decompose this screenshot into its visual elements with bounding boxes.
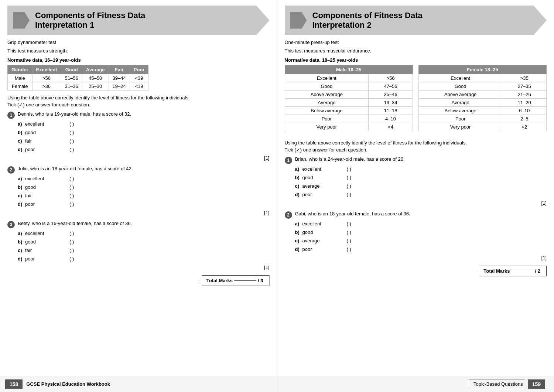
cell-male-gender: Male xyxy=(8,74,33,82)
subtitle-1: Grip dynamometer test xyxy=(7,40,270,45)
answer-text: excellent xyxy=(302,166,339,172)
footer-title-left: GCSE Physical Education Workbook xyxy=(26,381,110,387)
answer-options-2: a) excellent ( ) b) good ( ) c) fair ( )… xyxy=(18,176,270,207)
answer-row: a) excellent ( ) xyxy=(18,176,270,181)
answer-bracket: ( ) xyxy=(69,193,74,198)
answer-label: d) xyxy=(18,256,25,262)
mark-label-2: [1] xyxy=(264,210,269,215)
cell-female-gender: Female xyxy=(8,82,33,91)
answer-text: fair xyxy=(25,193,62,198)
table-row: Excellent>56 xyxy=(285,74,413,82)
answer-row: b) good ( ) xyxy=(18,239,270,245)
table-row: Good27–35 xyxy=(418,82,546,91)
answer-bracket: ( ) xyxy=(347,238,351,243)
table-male: Male 18–25 Excellent>56 Good47–56 Above … xyxy=(285,65,413,131)
page-2-title: Components of Fitness Data Interpretatio… xyxy=(312,11,423,30)
table-row: Above average21–26 xyxy=(418,91,546,99)
col-header-good: Good xyxy=(61,65,82,74)
answer-text: fair xyxy=(25,248,62,253)
total-marks-container-1: Total Marks / 3 xyxy=(7,275,270,286)
answer-bracket: ( ) xyxy=(69,239,74,245)
answer-text: good xyxy=(25,130,62,135)
question-number-p2-1: 1 xyxy=(285,157,292,164)
answer-text: good xyxy=(25,184,62,190)
total-marks-label-2: Total Marks xyxy=(483,268,510,274)
instructions-tick-1: Tick (✓) one answer for each question. xyxy=(7,102,270,108)
description-2: This test measures muscular endurance. xyxy=(285,48,547,54)
answer-row: a) excellent ( ) xyxy=(295,221,547,226)
instructions-2: Using the table above correctly identify… xyxy=(285,140,547,146)
answer-options-p2-2: a) excellent ( ) b) good ( ) c) average … xyxy=(295,221,547,252)
page-2: Components of Fitness Data Interpretatio… xyxy=(277,0,554,376)
answer-bracket: ( ) xyxy=(69,248,74,253)
answer-bracket: ( ) xyxy=(347,221,351,226)
table-row: Above average35–46 xyxy=(285,91,413,99)
question-1: 1 Dennis, who is a 19-year-old male, has… xyxy=(7,111,270,161)
answer-options-p2-1: a) excellent ( ) b) good ( ) c) average … xyxy=(295,166,547,197)
answer-label: b) xyxy=(18,184,25,190)
answer-label: d) xyxy=(295,192,302,197)
answer-row: c) average ( ) xyxy=(295,183,547,189)
question-number-p2-2: 2 xyxy=(285,211,292,219)
answer-bracket: ( ) xyxy=(347,166,351,172)
answer-text: fair xyxy=(25,138,62,144)
table-row: Poor4–10 xyxy=(285,115,413,123)
answer-row: d) poor ( ) xyxy=(18,256,270,262)
question-3: 3 Betsy, who is a 16-year-old female, ha… xyxy=(7,221,270,270)
answer-label: b) xyxy=(18,130,25,135)
footer: 158 GCSE Physical Education Workbook Top… xyxy=(0,376,554,392)
answer-row: c) fair ( ) xyxy=(18,248,270,253)
answer-bracket: ( ) xyxy=(69,201,74,207)
answer-row: b) good ( ) xyxy=(18,184,270,190)
answer-options-1: a) excellent ( ) b) good ( ) c) fair ( )… xyxy=(18,121,270,152)
answer-bracket: ( ) xyxy=(347,246,351,252)
question-2: 2 Julie, who is an 18-year-old female, h… xyxy=(7,166,270,215)
header-banner-2: Components of Fitness Data Interpretatio… xyxy=(285,6,547,35)
answer-label: b) xyxy=(18,239,25,245)
mark-label-3: [1] xyxy=(264,265,269,270)
answer-bracket: ( ) xyxy=(69,138,74,144)
answer-text: excellent xyxy=(25,176,62,181)
question-text-3: Betsy, who is a 16-year-old female, has … xyxy=(18,221,132,226)
page-num-left: 158 xyxy=(5,379,23,389)
cell-male-fair: 39–44 xyxy=(109,74,130,82)
total-marks-box-2: Total Marks / 2 xyxy=(476,266,547,276)
answer-row: a) excellent ( ) xyxy=(18,121,270,127)
question-p2-2: 2 Gabi, who is an 18-year-old female, ha… xyxy=(285,211,547,260)
answer-row: b) good ( ) xyxy=(295,175,547,180)
total-marks-line-1 xyxy=(234,280,256,281)
col-header-average: Average xyxy=(82,65,109,74)
answer-label: a) xyxy=(18,176,25,181)
total-marks-value-1: / 3 xyxy=(258,278,263,283)
question-number-1: 1 xyxy=(7,112,15,119)
answer-label: a) xyxy=(18,231,25,236)
answer-text: average xyxy=(302,183,339,189)
total-marks-box-1: Total Marks / 3 xyxy=(199,275,270,286)
cell-female-good: 31–36 xyxy=(61,82,82,91)
col-header-fair: Fair xyxy=(109,65,130,74)
question-number-3: 3 xyxy=(7,221,15,228)
answer-label: d) xyxy=(295,246,302,252)
table-row: Female >36 31–36 25–30 19–24 <19 xyxy=(8,82,148,91)
cell-male-average: 45–50 xyxy=(82,74,109,82)
two-tables: Male 18–25 Excellent>56 Good47–56 Above … xyxy=(285,65,547,136)
answer-row: d) poor ( ) xyxy=(295,246,547,252)
table-row: Average19–34 xyxy=(285,99,413,107)
answer-label: b) xyxy=(295,229,302,235)
answer-text: poor xyxy=(25,147,62,152)
answer-text: good xyxy=(302,175,339,180)
col-header-poor: Poor xyxy=(130,65,148,74)
table-row: Very poor<4 xyxy=(285,123,413,131)
table-row: Male >56 51–56 45–50 39–44 <39 xyxy=(8,74,148,82)
question-text-1: Dennis, who is a 19-year-old male, has a… xyxy=(18,111,131,117)
answer-row: c) average ( ) xyxy=(295,238,547,243)
table-row: Good47–56 xyxy=(285,82,413,91)
mark-label-1: [1] xyxy=(264,155,269,161)
answer-row: d) poor ( ) xyxy=(18,147,270,152)
cell-female-fair: 19–24 xyxy=(109,82,130,91)
table-row: Excellent>35 xyxy=(418,74,546,82)
answer-label: a) xyxy=(18,121,25,127)
question-text-2: Julie, who is an 18-year-old female, has… xyxy=(18,166,133,171)
answer-bracket: ( ) xyxy=(69,130,74,135)
col-header-gender: Gender xyxy=(8,65,33,74)
